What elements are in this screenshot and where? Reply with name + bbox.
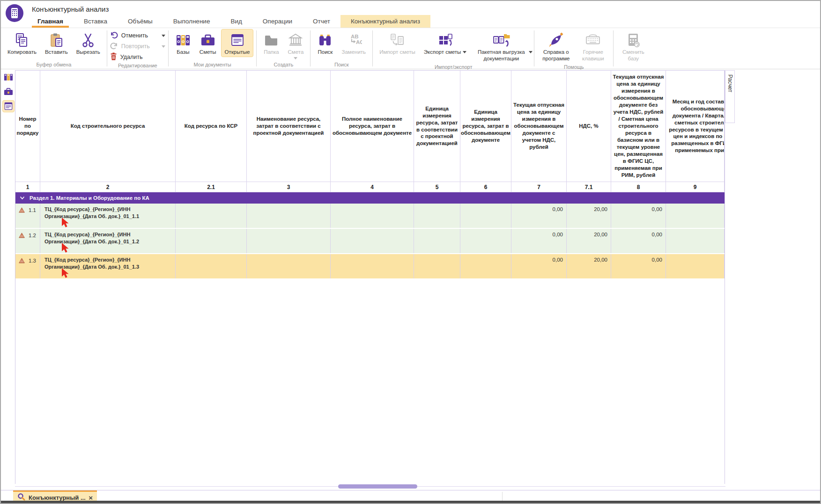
document-mini-sidebar	[2, 71, 15, 112]
warning-icon	[19, 233, 25, 239]
group-help: Справка о программе Горячие клавиши Помо…	[534, 28, 613, 69]
open-documents-button[interactable]: Открытые	[221, 29, 254, 57]
undo-dropdown-icon[interactable]	[162, 35, 165, 37]
column-number: 2	[40, 182, 176, 192]
hotkeys-button[interactable]: Горячие клавиши	[576, 29, 610, 63]
vat-cell[interactable]: 20,00	[567, 204, 611, 228]
warning-icon	[19, 207, 25, 214]
price-with-vat-cell[interactable]: 0,00	[511, 229, 567, 253]
folder-button[interactable]: Папка	[259, 29, 283, 57]
search-button[interactable]: Поиск	[313, 29, 337, 57]
briefcase-icon	[200, 31, 216, 49]
price-with-vat-cell[interactable]: 0,00	[511, 254, 567, 278]
replace-icon: AB AC	[345, 31, 362, 49]
empty-cell[interactable]	[460, 254, 511, 278]
delete-button[interactable]: Удалить	[110, 52, 165, 62]
column-number: 8	[611, 182, 666, 192]
rocket-icon	[548, 31, 564, 49]
binders-icon	[175, 31, 191, 49]
empty-cell[interactable]	[414, 204, 460, 228]
section-row[interactable]: Раздел 1. Материалы и Оборудование по КА	[15, 192, 725, 204]
empty-cell[interactable]	[460, 204, 511, 228]
group-editing: Отменить Повторить	[107, 28, 168, 69]
tab-operacii[interactable]: Операции	[252, 15, 303, 28]
tab-raschet[interactable]: Расчет	[725, 70, 735, 123]
empty-cell[interactable]	[460, 229, 511, 253]
copy-button[interactable]: Копировать	[4, 29, 40, 57]
undo-button[interactable]: Отменить	[110, 31, 165, 40]
empty-cell[interactable]	[666, 229, 725, 253]
row-number-cell[interactable]: 1.2	[15, 229, 40, 253]
export-estimate-button[interactable]: Экспорт сметы	[420, 29, 471, 57]
vat-cell[interactable]: 20,00	[567, 254, 611, 278]
cut-button[interactable]: Вырезать	[73, 29, 104, 57]
empty-cell[interactable]	[176, 254, 247, 278]
mini-open-documents-button[interactable]	[2, 100, 15, 112]
column-header: Месяц и год составления обосновывающего …	[666, 71, 725, 182]
replace-button[interactable]: AB AC Заменить	[338, 29, 370, 57]
svg-text:AC: AC	[356, 39, 362, 45]
resource-code-cell[interactable]: ТЦ_{Код ресурса}_{Регион}_{ИНН Организац…	[40, 254, 176, 278]
change-database-button[interactable]: Сменить базу	[616, 29, 650, 63]
table-row[interactable]: 1.1ТЦ_{Код ресурса}_{Регион}_{ИНН Органи…	[15, 204, 725, 229]
row-number-cell[interactable]: 1.3	[15, 254, 40, 278]
tab-otchet[interactable]: Отчет	[303, 15, 340, 28]
tab-vid[interactable]: Вид	[220, 15, 252, 28]
tab-obyomy[interactable]: Объёмы	[118, 15, 163, 28]
batch-upload-button[interactable]: Пакетная выгрузка документации	[471, 29, 531, 63]
page-title: Конъюнктурный анализ	[32, 5, 109, 13]
about-button[interactable]: Справка о программе	[537, 29, 575, 63]
bases-button[interactable]: Базы	[171, 29, 195, 57]
price-without-vat-cell[interactable]: 0,00	[611, 204, 666, 228]
resource-code-cell[interactable]: ТЦ_{Код ресурса}_{Регион}_{ИНН Организац…	[40, 204, 176, 228]
create-estimate-button[interactable]: Смета	[284, 29, 307, 61]
tab-konyunkturny-analiz[interactable]: Конъюнктурный анализ	[340, 15, 430, 28]
trash-icon	[110, 52, 117, 62]
table-row[interactable]: 1.3ТЦ_{Код ресурса}_{Регион}_{ИНН Органи…	[15, 254, 725, 279]
empty-cell[interactable]	[331, 229, 414, 253]
price-without-vat-cell[interactable]: 0,00	[611, 254, 666, 278]
column-number: 5	[414, 182, 460, 192]
window-bottom-edge	[1, 501, 820, 503]
empty-cell[interactable]	[666, 254, 725, 278]
group-change-db: Сменить базу	[614, 28, 653, 69]
app-logo-icon	[5, 4, 24, 22]
mini-estimates-button[interactable]	[2, 86, 15, 98]
empty-cell[interactable]	[176, 204, 247, 228]
resource-code-cell[interactable]: ТЦ_{Код ресурса}_{Регион}_{ИНН Организац…	[40, 229, 176, 253]
row-number-cell[interactable]: 1.1	[15, 204, 40, 228]
menu-tab-bar: Главная Вставка Объёмы Выполнение Вид Оп…	[27, 15, 430, 28]
import-estimate-button[interactable]: Импорт сметы	[376, 29, 419, 57]
empty-cell[interactable]	[331, 204, 414, 228]
briefcase-icon-small	[3, 87, 14, 97]
empty-cell[interactable]	[247, 254, 331, 278]
empty-cell[interactable]	[331, 254, 414, 278]
empty-cell[interactable]	[414, 254, 460, 278]
create-estimate-dropdown-icon	[294, 57, 297, 59]
empty-cell[interactable]	[247, 204, 331, 228]
estimates-button[interactable]: Сметы	[196, 29, 220, 57]
redo-button[interactable]: Повторить	[110, 42, 165, 51]
empty-cell[interactable]	[666, 204, 725, 228]
column-number: 6	[460, 182, 511, 192]
empty-cell[interactable]	[247, 229, 331, 253]
vat-cell[interactable]: 20,00	[567, 229, 611, 253]
group-search: Поиск AB AC Заменить Поиск	[311, 28, 372, 69]
batch-dropdown-icon[interactable]	[529, 51, 533, 53]
table-row[interactable]: 1.2ТЦ_{Код ресурса}_{Регион}_{ИНН Органи…	[15, 229, 725, 254]
chevron-down-icon[interactable]	[20, 195, 25, 201]
tab-vstavka[interactable]: Вставка	[74, 15, 118, 28]
export-dropdown-icon[interactable]	[463, 51, 466, 53]
tab-glavnaya[interactable]: Главная	[27, 15, 74, 28]
horizontal-scrollbar-thumb[interactable]	[338, 484, 417, 489]
price-without-vat-cell[interactable]: 0,00	[611, 229, 666, 253]
column-number: 1	[15, 182, 40, 192]
empty-cell[interactable]	[414, 229, 460, 253]
empty-cell[interactable]	[176, 229, 247, 253]
paste-button[interactable]: Вставить	[41, 29, 72, 57]
close-icon[interactable]: ×	[89, 494, 93, 501]
mini-bases-button[interactable]	[2, 71, 15, 83]
price-with-vat-cell[interactable]: 0,00	[511, 204, 567, 228]
tab-vypolnenie[interactable]: Выполнение	[163, 15, 221, 28]
group-label-create: Создать	[259, 61, 307, 69]
